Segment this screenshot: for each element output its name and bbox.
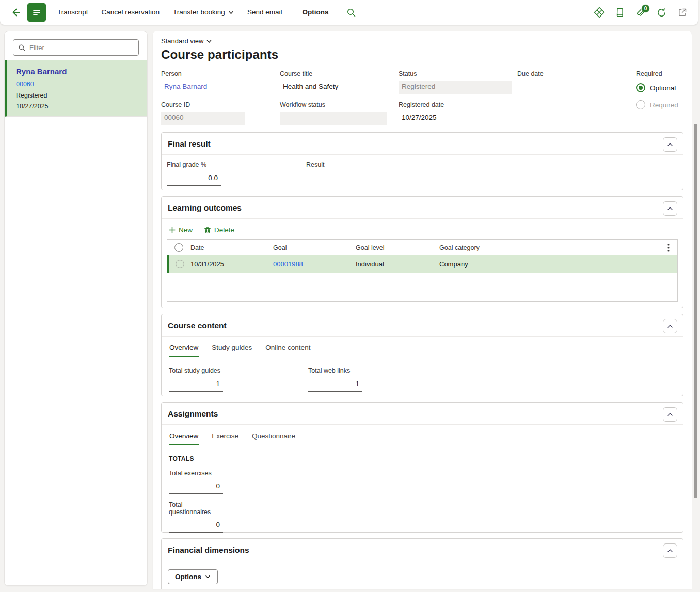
final-grade-input[interactable]: 0.0	[167, 172, 221, 186]
field-label: Course title	[280, 70, 393, 77]
attachments-button[interactable]: 0	[632, 4, 649, 21]
toolbar-item-transcript[interactable]: Transcript	[51, 0, 95, 25]
toolbar-item-cancel-reservation[interactable]: Cancel reservation	[95, 0, 167, 25]
tab-study-guides[interactable]: Study guides	[211, 341, 252, 357]
toolbar-divider	[292, 6, 292, 19]
field-label: Registered date	[399, 101, 480, 108]
registered-date-input[interactable]: 10/27/2025	[399, 112, 480, 125]
section-title: Assignments	[168, 409, 218, 418]
options-menu-button[interactable]: Options	[295, 0, 335, 25]
apps-button[interactable]	[591, 4, 608, 21]
cell-goal-link[interactable]: 00001988	[273, 260, 356, 268]
column-header-goal-category[interactable]: Goal category	[439, 244, 677, 251]
field-person: Person Ryna Barnard	[161, 70, 275, 94]
status-input: Registered	[399, 81, 512, 94]
radio-label: Optional	[650, 84, 676, 92]
view-selector[interactable]: Standard view	[153, 31, 220, 45]
refresh-icon	[656, 7, 667, 19]
view-selector-label: Standard view	[161, 37, 203, 45]
field-label: Workflow status	[280, 101, 387, 108]
back-button[interactable]	[7, 4, 25, 21]
section-course-content: Course content Overview Study guides Onl…	[161, 314, 683, 396]
refresh-button[interactable]	[653, 4, 670, 21]
chevron-up-icon	[666, 141, 674, 148]
select-all-radio[interactable]	[174, 243, 183, 252]
section-header[interactable]: Final result	[162, 133, 683, 155]
collapse-button[interactable]	[663, 137, 677, 152]
guide-button[interactable]	[611, 4, 629, 21]
toolbar-item-transfer-booking[interactable]: Transfer booking	[166, 0, 241, 25]
total-study-guides-input[interactable]: 1	[169, 378, 223, 392]
total-exercises-input[interactable]: 0	[169, 481, 223, 494]
field-final-grade: Final grade % 0.0	[167, 161, 221, 186]
collapse-button[interactable]	[663, 319, 677, 333]
tab-overview[interactable]: Overview	[169, 429, 199, 445]
field-label: Total questionnaires	[169, 501, 223, 516]
app-menu-button[interactable]	[27, 3, 46, 22]
column-header-date[interactable]: Date	[190, 244, 273, 251]
book-icon	[614, 7, 626, 18]
field-label: Course ID	[161, 101, 245, 108]
grid-more-button[interactable]	[663, 242, 674, 253]
delete-button-label: Delete	[214, 226, 234, 234]
section-financial-dimensions: Financial dimensions Options	[161, 538, 683, 589]
field-label: Result	[306, 161, 389, 168]
list-item-selected[interactable]: Ryna Barnard 00060 Registered 10/27/2025	[5, 60, 147, 117]
total-web-links-input[interactable]: 1	[308, 378, 362, 392]
options-label: Options	[302, 0, 328, 25]
section-assignments: Assignments Overview Exercise Questionna…	[161, 402, 683, 533]
tab-overview[interactable]: Overview	[169, 341, 199, 357]
radio-selected-icon	[636, 83, 645, 92]
collapse-button[interactable]	[663, 407, 677, 422]
due-date-input[interactable]	[517, 81, 631, 94]
column-header-goal-level[interactable]: Goal level	[356, 244, 439, 251]
tab-questionnaire[interactable]: Questionnaire	[251, 429, 296, 445]
open-new-window-button[interactable]	[673, 4, 691, 21]
search-button[interactable]	[343, 5, 359, 20]
vertical-scrollbar[interactable]	[694, 124, 697, 498]
table-row[interactable]: 10/31/2025 00001988 Individual Company	[167, 255, 677, 273]
delete-button[interactable]: Delete	[204, 226, 234, 234]
main-panel: Standard view Course participants Person…	[153, 31, 692, 589]
trash-icon	[204, 227, 211, 234]
radio-option-optional[interactable]: Optional	[636, 81, 692, 94]
person-input[interactable]: Ryna Barnard	[161, 81, 275, 94]
row-select-radio[interactable]	[176, 260, 184, 268]
radio-option-required[interactable]: Required	[636, 98, 692, 111]
attachment-count-badge: 0	[641, 4, 650, 13]
field-label: Total web links	[308, 367, 362, 374]
open-in-new-window-icon	[677, 7, 688, 18]
field-course-title: Course title Health and Safety	[280, 70, 393, 94]
record-name: Ryna Barnard	[16, 67, 140, 76]
radio-unselected-icon	[636, 100, 645, 109]
toolbar-item-send-email[interactable]: Send email	[241, 0, 289, 25]
section-header[interactable]: Learning outcomes	[162, 197, 683, 219]
total-questionnaires-input[interactable]: 0	[169, 519, 223, 533]
tab-online-content[interactable]: Online content	[265, 341, 311, 357]
section-header[interactable]: Course content	[162, 314, 683, 337]
column-header-goal[interactable]: Goal	[273, 244, 356, 251]
grid-header-row: Date Goal Goal level Goal category	[167, 240, 677, 255]
record-id-link[interactable]: 00060	[16, 81, 140, 88]
filter-input[interactable]	[29, 44, 134, 52]
filter-field[interactable]	[13, 39, 139, 56]
new-button[interactable]: New	[169, 226, 193, 234]
collapse-button[interactable]	[663, 543, 677, 558]
section-header[interactable]: Assignments	[162, 403, 683, 425]
chevron-down-icon	[228, 10, 234, 15]
course-title-input[interactable]: Health and Safety	[280, 81, 393, 94]
field-total-study-guides: Total study guides 1	[169, 367, 223, 392]
record-status: Registered	[16, 92, 140, 99]
tab-exercise[interactable]: Exercise	[211, 429, 239, 445]
field-label: Final grade %	[167, 161, 221, 168]
dimensions-options-button[interactable]: Options	[168, 569, 218, 584]
section-header[interactable]: Financial dimensions	[162, 539, 683, 561]
field-total-exercises: Total exercises 0	[169, 470, 223, 494]
field-label: Total exercises	[169, 470, 223, 477]
section-learning-outcomes: Learning outcomes New Delete	[161, 196, 683, 308]
result-input[interactable]	[306, 172, 389, 185]
chevron-up-icon	[666, 547, 674, 554]
field-workflow-status: Workflow status	[280, 101, 387, 125]
collapse-button[interactable]	[663, 201, 677, 216]
options-button-label: Options	[175, 573, 201, 581]
